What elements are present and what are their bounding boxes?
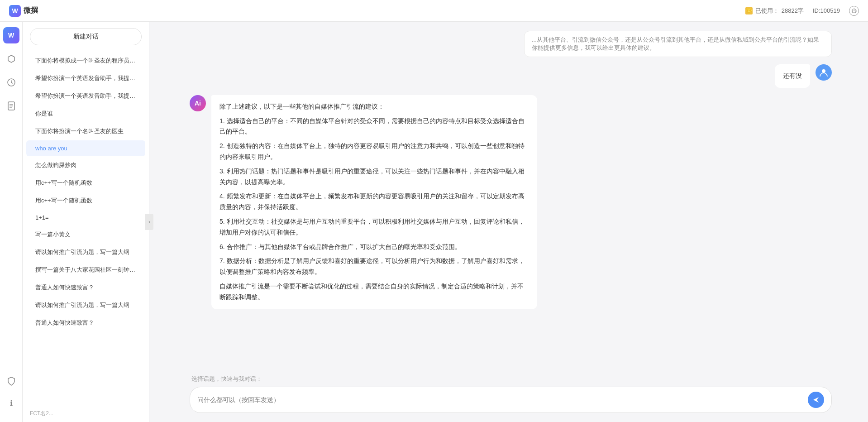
- svg-marker-0: [8, 55, 14, 62]
- usage-label: 已使用：: [755, 7, 779, 15]
- sidebar-item[interactable]: who are you: [26, 140, 145, 156]
- sidebar-item[interactable]: 普通人如何快速致富？: [26, 279, 145, 296]
- app-logo: W 微撰: [9, 5, 38, 17]
- user-id: ID:100519: [813, 7, 840, 14]
- iconbar-shield[interactable]: [3, 373, 19, 389]
- sidebar-bottom: FCT名2...: [23, 405, 149, 422]
- sidebar-item[interactable]: 撰写一篇关于八大家花园社区一刻钟便民生...: [26, 261, 145, 278]
- quick-select-label: 选择话题，快速与我对话：: [190, 375, 832, 383]
- sidebar-item[interactable]: 请以如何推广引流为题，写一篇大纲: [26, 297, 145, 314]
- iconbar-logo[interactable]: W: [3, 27, 19, 43]
- sidebar-item[interactable]: 下面你将模拟成一个叫圣友的程序员，我说...: [26, 52, 145, 69]
- sidebar-item[interactable]: 用c++写一个随机函数: [26, 192, 145, 209]
- usage-info: 🪙 已使用： 28822字: [745, 7, 804, 15]
- send-button[interactable]: [808, 392, 824, 408]
- logo-icon: W: [9, 5, 21, 17]
- main-layout: W ℹ 新建对话 下面你将模拟成一个叫圣友的程序员，我说...希望你扮演一个英语…: [0, 22, 868, 422]
- sidebar-item[interactable]: 你是谁: [26, 105, 145, 122]
- power-button[interactable]: ⏻: [849, 6, 859, 16]
- input-wrapper: [190, 387, 832, 413]
- iconbar-info[interactable]: ℹ: [3, 395, 19, 411]
- user-avatar: [816, 64, 832, 81]
- iconbar-hex[interactable]: [3, 51, 19, 67]
- sidebar-item[interactable]: 希望你扮演一个英语发音助手，我提供给你...: [26, 70, 145, 87]
- topbar: W 微撰 🪙 已使用： 28822字 ID:100519 ⏻: [0, 0, 868, 22]
- chat-input[interactable]: [197, 396, 804, 403]
- ai-avatar: Ai: [190, 95, 206, 111]
- svg-point-8: [822, 69, 825, 73]
- usage-icon: 🪙: [745, 7, 753, 14]
- iconbar-clock[interactable]: [3, 74, 19, 91]
- message-row-user: 还有没: [190, 64, 832, 88]
- sidebar: 新建对话 下面你将模拟成一个叫圣友的程序员，我说...希望你扮演一个英语发音助手…: [23, 22, 149, 422]
- message-truncated: ...从其他平台、引流到微信公众号，还是从公众号引流到其他平台，还是从微信私域到…: [524, 31, 832, 57]
- iconbar-bottom: ℹ: [3, 373, 19, 417]
- svg-line-3: [11, 82, 13, 83]
- usage-value: 28822字: [782, 7, 804, 15]
- sidebar-item[interactable]: 用c++写一个随机函数: [26, 174, 145, 192]
- sidebar-item[interactable]: 下面你将扮演一个名叫圣友的医生: [26, 123, 145, 140]
- sidebar-item[interactable]: 普通人如何快速致富？: [26, 314, 145, 331]
- sidebar-item[interactable]: 写一篇小黄文: [26, 226, 145, 243]
- message-bubble-ai: 除了上述建议，以下是一些其他的自媒体推广引流的建议：1. 选择适合自己的平台：不…: [211, 95, 537, 309]
- chat-area: ...从其他平台、引流到微信公众号，还是从公众号引流到其他平台，还是从微信私域到…: [153, 22, 868, 422]
- sidebar-toggle[interactable]: ›: [145, 214, 153, 230]
- sidebar-list: 下面你将模拟成一个叫圣友的程序员，我说...希望你扮演一个英语发音助手，我提供给…: [23, 52, 149, 405]
- sidebar-item[interactable]: 1+1=: [26, 210, 145, 225]
- app-title: 微撰: [24, 6, 38, 15]
- message-bubble-user: 还有没: [775, 64, 810, 88]
- sidebar-item[interactable]: 请以如何推广引流为题，写一篇大纲: [26, 244, 145, 261]
- sidebar-item[interactable]: 希望你扮演一个英语发音助手，我提供给你...: [26, 87, 145, 105]
- sidebar-item[interactable]: 怎么做狗屎炒肉: [26, 157, 145, 174]
- iconbar-doc[interactable]: [3, 98, 19, 114]
- new-chat-button[interactable]: 新建对话: [30, 28, 142, 45]
- topbar-right: 🪙 已使用： 28822字 ID:100519 ⏻: [745, 6, 859, 16]
- message-row-ai: Ai除了上述建议，以下是一些其他的自媒体推广引流的建议：1. 选择适合自己的平台…: [190, 95, 832, 309]
- chat-messages: ...从其他平台、引流到微信公众号，还是从公众号引流到其他平台，还是从微信私域到…: [153, 22, 868, 369]
- chat-input-area: 选择话题，快速与我对话：: [153, 369, 868, 422]
- icon-bar: W ℹ: [0, 22, 23, 422]
